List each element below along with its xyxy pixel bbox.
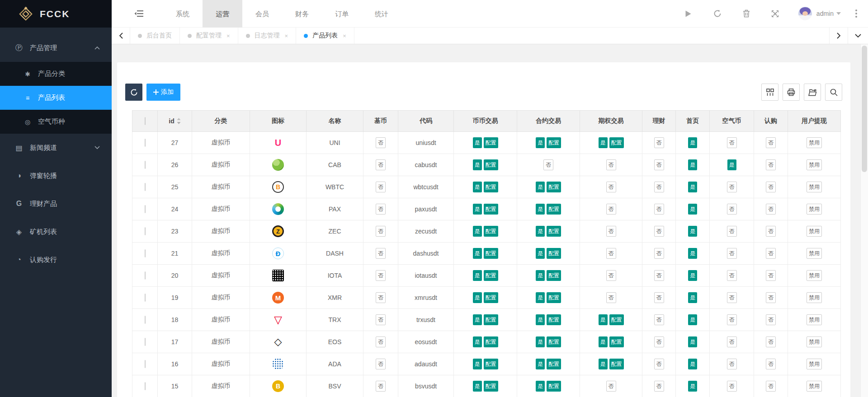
tab-product-list[interactable]: 产品列表 [296,28,354,44]
badge-yes[interactable]: 是 [536,270,545,281]
badge-yes[interactable]: 是 [536,248,545,259]
badge-yes[interactable]: 是 [688,248,697,259]
play-icon[interactable] [683,10,694,17]
badge-no[interactable]: 否 [766,137,776,148]
close-tab-icon[interactable] [343,33,346,39]
badge-config[interactable]: 配置 [484,182,498,192]
badge-no[interactable]: 否 [654,182,664,192]
badge-no[interactable]: 否 [376,137,386,148]
badge-config[interactable]: 配置 [547,182,561,192]
badge-config[interactable]: 配置 [547,226,561,237]
badge-no[interactable]: 否 [727,226,737,237]
sidebar-item-popup-carousel[interactable]: 弹窗轮播 [0,162,112,190]
badge-no[interactable]: 否 [654,359,664,369]
tabs-scroll-left[interactable] [112,28,130,44]
top-nav-member[interactable]: 会员 [242,0,282,28]
badge-yes[interactable]: 是 [688,204,697,215]
badge-config[interactable]: 配置 [484,359,498,369]
badge-config[interactable]: 配置 [484,226,498,237]
badge-config[interactable]: 配置 [547,137,561,148]
sidebar-item-product-list[interactable]: 产品列表 [0,86,112,110]
badge-config[interactable]: 配置 [547,336,561,347]
row-checkbox[interactable] [145,382,146,390]
refresh-table-button[interactable] [125,84,142,101]
badge-yes[interactable]: 是 [473,137,482,148]
badge-disabled[interactable]: 禁用 [807,292,822,303]
badge-no[interactable]: 否 [727,270,737,281]
badge-yes[interactable]: 是 [599,359,608,369]
badge-disabled[interactable]: 禁用 [807,137,822,148]
badge-no[interactable]: 否 [766,314,776,325]
badge-yes[interactable]: 是 [599,137,608,148]
badge-no[interactable]: 否 [727,292,737,303]
refresh-icon[interactable] [712,9,723,18]
badge-yes[interactable]: 是 [599,314,608,325]
badge-config[interactable]: 配置 [484,137,498,148]
badge-config[interactable]: 配置 [484,248,498,259]
badge-config[interactable]: 配置 [484,336,498,347]
row-checkbox[interactable] [145,227,146,235]
badge-no[interactable]: 否 [766,292,776,303]
row-checkbox[interactable] [145,249,146,257]
badge-no[interactable]: 否 [766,381,776,392]
badge-no[interactable]: 否 [376,226,386,237]
badge-no[interactable]: 否 [654,248,664,259]
sidebar-item-product-category[interactable]: 产品分类 [0,62,112,86]
badge-disabled[interactable]: 禁用 [807,336,822,347]
username[interactable]: admin [816,10,834,17]
top-nav-finance[interactable]: 财务 [282,0,322,28]
badge-no[interactable]: 否 [766,248,776,259]
badge-config[interactable]: 配置 [547,381,561,392]
badge-no[interactable]: 否 [727,137,737,148]
badge-no[interactable]: 否 [654,159,664,170]
tabs-scroll-right[interactable] [829,28,848,44]
badge-no[interactable]: 否 [376,292,386,303]
badge-no[interactable]: 否 [727,204,737,215]
badge-disabled[interactable]: 禁用 [807,226,822,237]
badge-no[interactable]: 否 [376,381,386,392]
badge-yes[interactable]: 是 [536,359,545,369]
badge-no[interactable]: 否 [727,359,737,369]
badge-disabled[interactable]: 禁用 [807,270,822,281]
badge-no[interactable]: 否 [606,270,616,281]
sidebar-item-news-channel[interactable]: 新闻频道 [0,134,112,162]
row-checkbox[interactable] [145,294,146,302]
badge-no[interactable]: 否 [376,182,386,192]
badge-no[interactable]: 否 [766,159,776,170]
more-options-icon[interactable] [853,9,860,19]
badge-no[interactable]: 否 [766,270,776,281]
badge-no[interactable]: 否 [376,336,386,347]
badge-no[interactable]: 否 [654,204,664,215]
badge-no[interactable]: 否 [766,226,776,237]
badge-no[interactable]: 否 [606,292,616,303]
badge-yes[interactable]: 是 [688,314,697,325]
badge-config[interactable]: 配置 [609,359,624,369]
search-icon[interactable] [825,84,842,101]
sort-icon[interactable] [177,118,181,124]
badge-yes[interactable]: 是 [536,182,545,192]
print-icon[interactable] [783,84,800,101]
badge-no[interactable]: 否 [727,336,737,347]
badge-no[interactable]: 否 [727,381,737,392]
badge-yes[interactable]: 是 [473,314,482,325]
badge-config[interactable]: 配置 [484,314,498,325]
badge-yes[interactable]: 是 [473,359,482,369]
tabs-menu-chevron[interactable] [848,28,868,44]
badge-yes[interactable]: 是 [727,159,736,170]
export-icon[interactable] [804,84,821,101]
scrollbar-thumb[interactable] [862,46,867,172]
badge-yes[interactable]: 是 [536,381,545,392]
top-nav-order[interactable]: 订单 [322,0,362,28]
top-nav-system[interactable]: 系统 [163,0,203,28]
sidebar-item-product-management[interactable]: 产品管理 [0,34,112,62]
badge-disabled[interactable]: 禁用 [807,381,822,392]
badge-no[interactable]: 否 [654,381,664,392]
badge-yes[interactable]: 是 [473,182,482,192]
badge-config[interactable]: 配置 [484,204,498,215]
top-nav-statistics[interactable]: 统计 [362,0,401,28]
row-checkbox[interactable] [145,139,146,147]
badge-config[interactable]: 配置 [484,159,498,170]
badge-no[interactable]: 否 [606,159,616,170]
badge-no[interactable]: 否 [606,226,616,237]
badge-yes[interactable]: 是 [688,137,697,148]
